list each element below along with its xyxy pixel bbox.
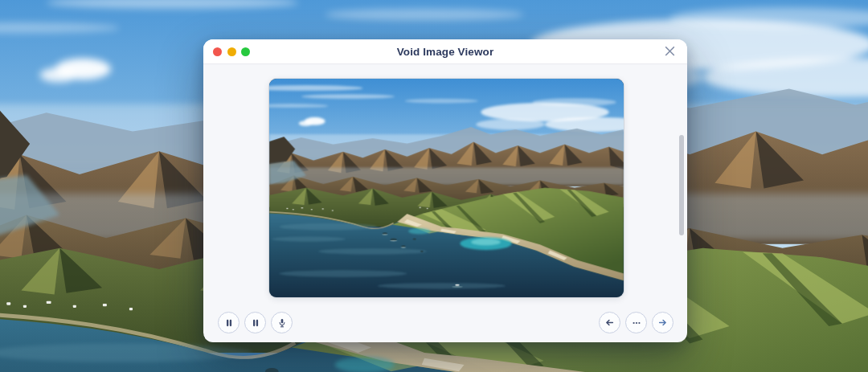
window-title: Void Image Viewor xyxy=(203,46,687,58)
scrollbar-thumb[interactable] xyxy=(679,135,684,235)
ellipsis-icon xyxy=(632,318,641,328)
image-viewer-photo xyxy=(269,79,624,297)
microphone-icon xyxy=(277,318,287,328)
close-icon xyxy=(665,46,675,56)
arrow-right-icon xyxy=(657,317,668,328)
close-button[interactable] xyxy=(663,44,676,57)
toolbar-left xyxy=(218,312,293,333)
desktop: Void Image Viewor xyxy=(0,0,868,372)
coastline-photo xyxy=(269,79,624,297)
more-button[interactable] xyxy=(625,312,647,333)
back-button[interactable] xyxy=(599,312,620,333)
forward-button[interactable] xyxy=(652,312,674,333)
pause-button-2[interactable] xyxy=(244,312,266,333)
titlebar: Void Image Viewor xyxy=(203,39,687,64)
arrow-left-icon xyxy=(604,317,615,328)
pause-icon xyxy=(224,318,234,328)
app-window: Void Image Viewor xyxy=(203,39,687,342)
toolbar-right xyxy=(599,312,674,333)
pause-icon xyxy=(251,318,260,328)
microphone-button[interactable] xyxy=(271,312,293,333)
pause-button-1[interactable] xyxy=(218,312,240,333)
